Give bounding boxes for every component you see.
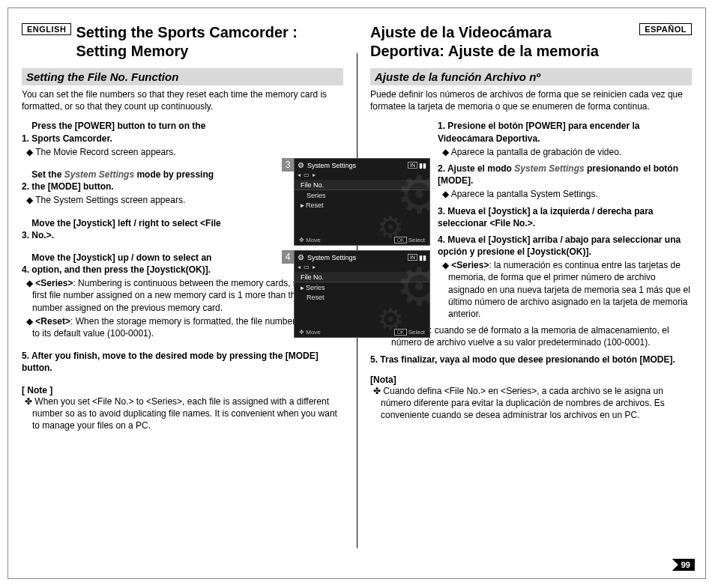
lang-badge-es: ESPAÑOL	[639, 23, 692, 35]
ui-screenshots: 3 ⚙ ⚙ ⚙ System Settings IN ▮▮ ◂▭▸ File N…	[282, 158, 432, 338]
subhead-en: Setting the File No. Function	[22, 68, 343, 85]
note-head-en: [ Note ]	[22, 385, 343, 395]
screenshot-4: ⚙ ⚙ ⚙ System Settings IN ▮▮ ◂▭▸ File No.…	[294, 250, 430, 338]
nav-left-icon: ◂	[298, 264, 301, 270]
step2-sub: The System Settings screen appears.	[22, 194, 227, 206]
es-step4-sub-a: <Series>: la numeración es continua entr…	[438, 259, 692, 320]
step4-title: Move the [Joystick] up / down to select …	[31, 252, 226, 276]
note-body-en: When you set <File No.> to <Series>, eac…	[22, 395, 343, 432]
move-hint: ✥ Move	[299, 237, 321, 243]
lang-badge-en: ENGLISH	[22, 23, 71, 35]
select-hint: OK Select	[394, 237, 425, 243]
es-step5-title: Tras finalizar, vaya al modo que desee p…	[380, 354, 675, 365]
step5-title: After you finish, move to the desired mo…	[22, 351, 319, 373]
nav-right-icon: ▸	[313, 172, 316, 178]
gear-bg-icon: ⚙	[396, 269, 430, 306]
gear-icon: ⚙	[298, 161, 304, 169]
select-hint: OK Select	[394, 329, 425, 336]
es-step2-sub: Aparece la pantalla System Settings.	[438, 188, 692, 200]
intro-es: Puede definir los números de archivos de…	[370, 88, 692, 112]
subhead-es: Ajuste de la función Archivo nº	[370, 68, 692, 85]
shot-number-4: 4	[282, 250, 294, 264]
nav-left-icon: ◂	[298, 172, 301, 178]
step3-title: Move the [Joystick] left / right to sele…	[31, 217, 226, 241]
gear-bg-icon: ⚙	[396, 177, 430, 213]
folder-icon: ▭	[304, 172, 310, 178]
es-step3-title: Mueva el [Joystick] a la izquierda / der…	[438, 206, 653, 228]
step2-title: Set the System Settings mode by pressing…	[31, 169, 226, 193]
intro-en: You can set the file numbers so that the…	[22, 88, 343, 112]
nav-right-icon: ▸	[313, 264, 316, 270]
es-step2-title: Ajuste el modo System Settings presionan…	[438, 163, 678, 186]
shot-title: System Settings	[307, 162, 356, 169]
shot-title: System Settings	[307, 254, 356, 261]
title-en: Setting the Sports Camcorder : Setting M…	[76, 23, 343, 61]
screenshot-3: ⚙ ⚙ ⚙ System Settings IN ▮▮ ◂▭▸ File No.…	[294, 158, 430, 246]
steps-es: Presione el botón [POWER] para encender …	[438, 120, 692, 320]
title-es: Ajuste de la Videocámara Deportiva: Ajus…	[370, 23, 618, 61]
step1-sub: The Movie Record screen appears.	[22, 146, 227, 158]
note-head-es: [Nota]	[370, 375, 692, 385]
folder-icon: ▭	[304, 264, 310, 270]
note-body-es: Cuando defina <File No.> en <Series>, a …	[370, 385, 692, 422]
shot-number-3: 3	[282, 158, 294, 172]
manual-page: ENGLISH Setting the Sports Camcorder : S…	[7, 7, 706, 579]
step1-title: Press the [POWER] button to turn on the …	[31, 120, 226, 144]
gear-icon: ⚙	[298, 253, 304, 261]
es-step1-title: Presione el botón [POWER] para encender …	[438, 121, 639, 143]
es-step1-sub: Aparece la pantalla de grabación de vide…	[438, 146, 692, 158]
move-hint: ✥ Move	[299, 329, 321, 336]
es-step4-title: Mueva el [Joystick] arriba / abajo para …	[438, 234, 681, 257]
